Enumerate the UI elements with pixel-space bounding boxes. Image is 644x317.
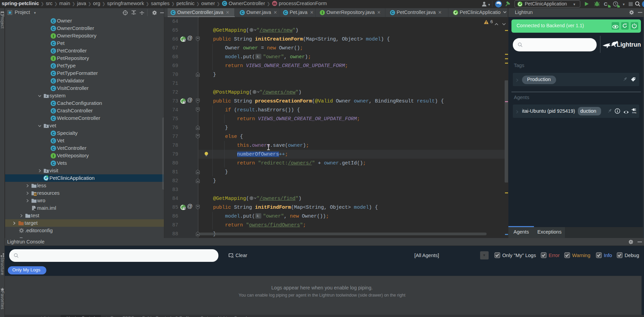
svg-text:C: C [52, 146, 55, 150]
svg-text:C: C [52, 139, 55, 143]
svg-text:C: C [223, 1, 226, 5]
svg-text:C: C [52, 109, 55, 113]
svg-text:I: I [53, 57, 54, 61]
svg-text:I: I [322, 11, 323, 15]
svg-text:C: C [52, 27, 55, 31]
svg-text:C: C [52, 131, 55, 136]
svg-text:PIPE: PIPE [632, 112, 637, 114]
svg-text:C: C [241, 11, 244, 15]
svg-text:C: C [52, 161, 55, 165]
svg-text:C: C [52, 64, 55, 68]
svg-text:C: C [52, 79, 55, 83]
svg-text:C: C [52, 49, 55, 53]
svg-text:C: C [52, 116, 55, 121]
svg-text:C: C [284, 11, 287, 15]
svg-text:C: C [52, 86, 55, 91]
svg-text:m: m [273, 1, 276, 5]
svg-text:C: C [52, 101, 55, 106]
svg-text:C: C [52, 72, 55, 76]
svg-text:C: C [52, 42, 55, 46]
svg-text:C: C [52, 19, 55, 23]
svg-text:I: I [53, 34, 54, 38]
svg-text:I: I [53, 154, 54, 158]
svg-text:C: C [391, 11, 394, 15]
svg-text:C: C [172, 11, 174, 15]
